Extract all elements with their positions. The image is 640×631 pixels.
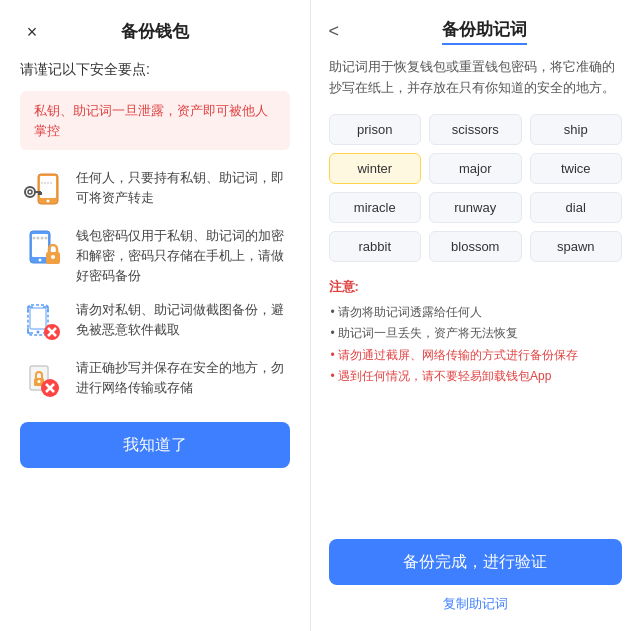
security-item-password-text: 钱包密码仅用于私钥、助记词的加密和解密，密码只存储在手机上，请做好密码备份 bbox=[76, 226, 290, 286]
svg-rect-1 bbox=[40, 176, 56, 198]
notes-title: 注意: bbox=[329, 278, 622, 296]
left-header: × 备份钱包 bbox=[20, 20, 290, 43]
notes-section: 注意: • 请勿将助记词透露给任何人• 助记词一旦丢失，资产将无法恢复• 请勿通… bbox=[329, 278, 622, 388]
copy-link[interactable]: 复制助记词 bbox=[329, 595, 622, 613]
svg-point-18 bbox=[45, 237, 48, 240]
right-panel: < 备份助记词 助记词用于恢复钱包或重置钱包密码，将它准确的抄写在纸上，并存放在… bbox=[311, 0, 640, 631]
security-item-screenshot: 请勿对私钥、助记词做截图备份，避免被恶意软件截取 bbox=[20, 300, 290, 344]
svg-point-17 bbox=[41, 237, 44, 240]
svg-point-9 bbox=[44, 182, 46, 184]
key-phone-icon bbox=[20, 168, 64, 212]
right-header: < 备份助记词 bbox=[329, 18, 622, 45]
note-item-2: • 助记词一旦丢失，资产将无法恢复 bbox=[329, 323, 622, 345]
word-chip-4: winter bbox=[329, 153, 421, 184]
word-chip-7: miracle bbox=[329, 192, 421, 223]
back-button[interactable]: < bbox=[329, 21, 340, 42]
security-item-screenshot-text: 请勿对私钥、助记词做截图备份，避免被恶意软件截取 bbox=[76, 300, 290, 340]
svg-point-3 bbox=[25, 187, 35, 197]
svg-point-10 bbox=[47, 182, 49, 184]
word-chip-3: ship bbox=[530, 114, 622, 145]
warning-text: 私钥、助记词一旦泄露，资产即可被他人掌控 bbox=[34, 101, 276, 140]
cloud-cross-icon bbox=[20, 358, 64, 402]
svg-point-8 bbox=[41, 182, 43, 184]
phone-cross-icon bbox=[20, 300, 64, 344]
word-chip-12: spawn bbox=[530, 231, 622, 262]
note-item-3: • 请勿通过截屏、网络传输的方式进行备份保存 bbox=[329, 345, 622, 367]
note-item-1: • 请勿将助记词透露给任何人 bbox=[329, 302, 622, 324]
warning-box: 私钥、助记词一旦泄露，资产即可被他人掌控 bbox=[20, 91, 290, 150]
security-item-cloud-text: 请正确抄写并保存在安全的地方，勿进行网络传输或存储 bbox=[76, 358, 290, 398]
svg-point-20 bbox=[51, 255, 55, 259]
know-button[interactable]: 我知道了 bbox=[20, 422, 290, 468]
security-item-transfer-text: 任何人，只要持有私钥、助记词，即可将资产转走 bbox=[76, 168, 290, 208]
safety-heading: 请谨记以下安全要点: bbox=[20, 61, 150, 79]
left-panel: × 备份钱包 请谨记以下安全要点: 私钥、助记词一旦泄露，资产即可被他人掌控 bbox=[0, 0, 310, 631]
word-chip-9: dial bbox=[530, 192, 622, 223]
svg-point-15 bbox=[33, 237, 36, 240]
word-chip-10: rabbit bbox=[329, 231, 421, 262]
note-item-4: • 遇到任何情况，请不要轻易卸载钱包App bbox=[329, 366, 622, 388]
right-title-wrap: 备份助记词 bbox=[347, 18, 622, 45]
svg-point-14 bbox=[39, 259, 42, 262]
svg-point-23 bbox=[37, 331, 40, 334]
svg-point-16 bbox=[37, 237, 40, 240]
security-items-list: 任何人，只要持有私钥、助记词，即可将资产转走 bbox=[20, 168, 290, 402]
right-title: 备份助记词 bbox=[442, 18, 527, 45]
security-item-password: 钱包密码仅用于私钥、助记词的加密和解密，密码只存储在手机上，请做好密码备份 bbox=[20, 226, 290, 286]
word-chip-1: prison bbox=[329, 114, 421, 145]
phone-lock-icon bbox=[20, 226, 64, 270]
svg-point-2 bbox=[47, 200, 50, 203]
security-item-transfer: 任何人，只要持有私钥、助记词，即可将资产转走 bbox=[20, 168, 290, 212]
word-chip-11: blossom bbox=[429, 231, 522, 262]
word-chip-5: major bbox=[429, 153, 522, 184]
verify-button[interactable]: 备份完成，进行验证 bbox=[329, 539, 622, 585]
word-chip-6: twice bbox=[530, 153, 622, 184]
close-button[interactable]: × bbox=[20, 20, 44, 44]
svg-point-11 bbox=[50, 182, 52, 184]
svg-point-29 bbox=[38, 380, 41, 383]
mnemonic-description: 助记词用于恢复钱包或重置钱包密码，将它准确的抄写在纸上，并存放在只有你知道的安全… bbox=[329, 57, 622, 100]
security-item-cloud: 请正确抄写并保存在安全的地方，勿进行网络传输或存储 bbox=[20, 358, 290, 402]
svg-rect-22 bbox=[30, 308, 46, 329]
left-title: 备份钱包 bbox=[121, 20, 189, 43]
mnemonic-word-grid: prisonscissorsshipwintermajortwicemiracl… bbox=[329, 114, 622, 262]
svg-point-4 bbox=[28, 190, 32, 194]
word-chip-2: scissors bbox=[429, 114, 522, 145]
word-chip-8: runway bbox=[429, 192, 522, 223]
